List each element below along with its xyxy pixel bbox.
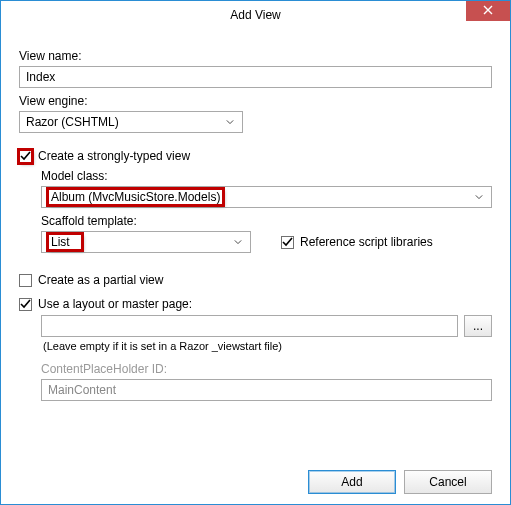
partial-view-label: Create as a partial view — [38, 273, 163, 287]
close-icon — [483, 4, 493, 18]
cancel-button[interactable]: Cancel — [404, 470, 492, 494]
scaffold-template-combo[interactable]: List — [41, 231, 251, 253]
cancel-button-label: Cancel — [429, 475, 466, 489]
view-engine-label: View engine: — [19, 94, 492, 108]
layout-hint: (Leave empty if it is set in a Razor _vi… — [43, 340, 492, 352]
chevron-down-icon — [230, 235, 246, 249]
dialog-body: View name: View engine: Razor (CSHTML) C… — [1, 29, 510, 411]
reference-scripts-label: Reference script libraries — [300, 235, 433, 249]
view-name-label: View name: — [19, 49, 492, 63]
chevron-down-icon — [222, 115, 238, 129]
check-icon — [20, 299, 31, 310]
partial-view-checkbox[interactable] — [19, 274, 32, 287]
window-title: Add View — [230, 8, 280, 22]
use-layout-checkbox[interactable] — [19, 298, 32, 311]
contentplaceholder-label: ContentPlaceHolder ID: — [41, 362, 492, 376]
view-name-input[interactable] — [19, 66, 492, 88]
strongly-typed-label: Create a strongly-typed view — [38, 149, 190, 163]
model-class-value: Album (MvcMusicStore.Models) — [48, 189, 223, 205]
scaffold-template-value: List — [48, 234, 82, 250]
add-button-label: Add — [341, 475, 362, 489]
chevron-down-icon — [471, 190, 487, 204]
close-button[interactable] — [466, 1, 510, 21]
scaffold-template-label: Scaffold template: — [41, 214, 492, 228]
use-layout-label: Use a layout or master page: — [38, 297, 192, 311]
reference-scripts-checkbox[interactable] — [281, 236, 294, 249]
check-icon — [20, 151, 31, 162]
add-button[interactable]: Add — [308, 470, 396, 494]
dialog-window: Add View View name: View engine: Razor (… — [0, 0, 511, 505]
strongly-typed-section: Model class: Album (MvcMusicStore.Models… — [41, 169, 492, 253]
layout-section: ... (Leave empty if it is set in a Razor… — [41, 315, 492, 401]
view-engine-value: Razor (CSHTML) — [26, 115, 119, 129]
model-class-combo[interactable]: Album (MvcMusicStore.Models) — [41, 186, 492, 208]
check-icon — [282, 237, 293, 248]
contentplaceholder-input — [41, 379, 492, 401]
view-engine-combo[interactable]: Razor (CSHTML) — [19, 111, 243, 133]
button-bar: Add Cancel — [308, 470, 492, 494]
layout-path-input[interactable] — [41, 315, 458, 337]
strongly-typed-checkbox[interactable] — [19, 150, 32, 163]
model-class-label: Model class: — [41, 169, 492, 183]
browse-button[interactable]: ... — [464, 315, 492, 337]
titlebar: Add View — [1, 1, 510, 29]
browse-label: ... — [473, 319, 483, 333]
